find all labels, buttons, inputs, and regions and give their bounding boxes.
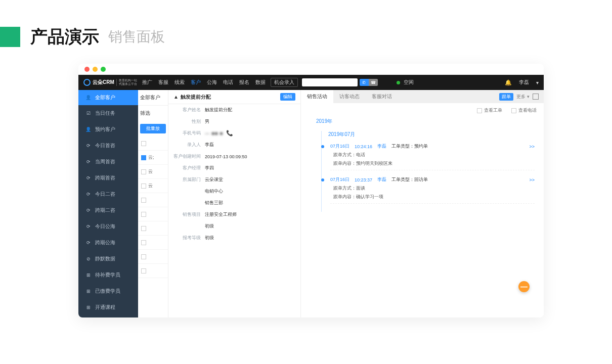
sidebar-item-我的订单[interactable]: ⊞我的订单 <box>78 315 138 317</box>
expand-button[interactable]: >> <box>529 144 535 149</box>
search-input[interactable] <box>302 78 358 86</box>
view-ticket-checkbox[interactable]: 查看工单 <box>477 107 502 114</box>
detail-label: 客户经理 <box>173 165 205 171</box>
chevron-down-icon[interactable]: ▾ <box>536 80 539 85</box>
detail-label: 客户姓名 <box>173 107 205 113</box>
nav-item-推广[interactable]: 推广 <box>142 79 152 86</box>
detail-row: 所属部门云朵课堂 <box>168 174 300 186</box>
list-item[interactable]: 云; <box>138 151 168 165</box>
nav-item-数据[interactable]: 数据 <box>255 79 266 86</box>
list-item[interactable] <box>138 136 168 151</box>
detail-row: 销售三部 <box>168 197 300 209</box>
sidebar-item-静默数据[interactable]: ⊘静默数据 <box>78 251 138 267</box>
detail-label: 所属部门 <box>173 176 205 183</box>
list-item[interactable] <box>138 207 168 221</box>
customer-list-panel: 全部客户 筛选 批量放 云;云云 <box>138 90 168 317</box>
sidebar-item-预约客户[interactable]: 👤预约客户 <box>78 121 138 138</box>
row-checkbox[interactable] <box>141 212 146 217</box>
phone-call-icon[interactable]: 📞 <box>226 130 233 136</box>
detail-row: 客户姓名触发提前分配 <box>168 104 300 116</box>
sidebar-item-当周首咨[interactable]: ⟳当周首咨 <box>78 154 138 170</box>
brand-subtext: 教育机构一站 式服务云平台 <box>116 79 137 85</box>
detail-row: 电销中心 <box>168 186 300 197</box>
sidebar-item-icon: ⟳ <box>85 208 91 213</box>
list-item[interactable] <box>138 264 168 278</box>
list-item[interactable] <box>138 236 168 250</box>
app-body: 👤 全部客户 ☑当日任务👤预约客户⟳今日首咨⟳当周首咨⟳跨期首咨⟳今日二咨⟳跨期… <box>78 90 544 317</box>
page-title: 产品演示 <box>30 25 99 49</box>
row-checkbox[interactable] <box>141 268 146 274</box>
row-checkbox[interactable] <box>141 169 146 174</box>
detail-label <box>173 200 205 206</box>
sidebar-item-待补费学员[interactable]: ⊞待补费学员 <box>78 267 138 283</box>
window-close-icon[interactable] <box>84 67 90 72</box>
nav-item-报名[interactable]: 报名 <box>239 79 249 86</box>
nav-item-客服[interactable]: 客服 <box>158 79 168 86</box>
sidebar-item-all-customers[interactable]: 👤 全部客户 <box>78 90 138 105</box>
follow-button[interactable]: 跟单 <box>499 93 513 101</box>
logo[interactable]: 云朵CRM 教育机构一站 式服务云平台 <box>83 79 137 86</box>
sidebar-item-今日公海[interactable]: ⟳今日公海 <box>78 218 138 235</box>
list-item[interactable] <box>138 193 168 207</box>
sidebar-item-label: 当日任务 <box>95 110 115 117</box>
user-name[interactable]: 李磊 <box>519 79 529 86</box>
help-fab[interactable]: — <box>518 281 530 292</box>
nav-item-电话[interactable]: 电话 <box>223 79 233 86</box>
detail-value: 李磊 <box>205 142 214 148</box>
record-opportunity-button[interactable]: 机会录入 <box>271 78 298 87</box>
tab-访客动态[interactable]: 访客动态 <box>333 90 366 103</box>
phone-toggle[interactable]: ✆ ☎ <box>360 79 378 86</box>
bell-icon[interactable]: 🔔 <box>505 79 512 86</box>
filter-label[interactable]: 筛选 <box>138 106 168 121</box>
layout-icon[interactable] <box>533 94 539 100</box>
row-checkbox[interactable] <box>141 141 146 146</box>
detail-label <box>173 188 205 195</box>
list-item[interactable] <box>138 221 168 236</box>
entry-sub: 跟单方式：面谈 <box>333 185 535 192</box>
expand-button[interactable]: >> <box>529 177 535 183</box>
detail-value: 销售三部 <box>205 200 223 206</box>
row-checkbox[interactable] <box>141 240 146 245</box>
sidebar-item-跨期二咨[interactable]: ⟳跨期二咨 <box>78 202 138 218</box>
nav-item-公海[interactable]: 公海 <box>207 79 217 86</box>
sidebar-item-icon: 👤 <box>85 127 91 132</box>
timeline-year: 2019年 <box>316 118 535 125</box>
batch-release-button[interactable]: 批量放 <box>140 124 166 133</box>
row-checkbox[interactable] <box>141 184 146 189</box>
detail-label: 报考等级 <box>173 235 205 241</box>
detail-label: 手机号码 <box>173 130 205 136</box>
sidebar-item-label: 跨期二咨 <box>95 207 115 214</box>
sidebar-item-开通课程[interactable]: ⊞开通课程 <box>78 299 138 315</box>
sidebar-item-label: 跨期公海 <box>95 239 115 246</box>
sidebar-item-今日二咨[interactable]: ⟳今日二咨 <box>78 186 138 202</box>
sidebar-item-跨期首咨[interactable]: ⟳跨期首咨 <box>78 170 138 186</box>
sidebar: 👤 全部客户 ☑当日任务👤预约客户⟳今日首咨⟳当周首咨⟳跨期首咨⟳今日二咨⟳跨期… <box>78 90 138 317</box>
sidebar-item-label: 跨期首咨 <box>95 174 115 181</box>
edit-button[interactable]: 编辑 <box>280 93 295 101</box>
list-item[interactable] <box>138 250 168 264</box>
nav-item-线索[interactable]: 线索 <box>174 79 185 86</box>
detail-row: 性别男 <box>168 116 300 127</box>
status-indicator[interactable]: 空闲 <box>397 79 414 86</box>
sidebar-item-label: 今日公海 <box>95 223 115 230</box>
window-minimize-icon[interactable] <box>93 67 98 72</box>
list-item[interactable]: 云 <box>138 179 168 193</box>
sidebar-item-今日首咨[interactable]: ⟳今日首咨 <box>78 138 138 154</box>
window-zoom-icon[interactable] <box>101 67 106 72</box>
sidebar-item-当日任务[interactable]: ☑当日任务 <box>78 105 138 121</box>
list-item[interactable]: 云 <box>138 165 168 179</box>
tab-客服对话[interactable]: 客服对话 <box>366 90 398 103</box>
row-checkbox[interactable] <box>141 254 146 259</box>
timeline-dot-icon <box>321 178 324 181</box>
sidebar-item-icon: ⊞ <box>85 272 91 278</box>
timeline-vline <box>321 131 322 212</box>
more-dropdown[interactable]: 更多 ▾ <box>516 94 530 100</box>
row-checkbox[interactable] <box>141 155 146 160</box>
view-phone-checkbox[interactable]: 查看电话 <box>511 107 537 114</box>
tab-销售活动[interactable]: 销售活动 <box>301 90 333 103</box>
nav-item-客户[interactable]: 客户 <box>191 79 201 86</box>
row-checkbox[interactable] <box>141 198 146 203</box>
sidebar-item-已缴费学员[interactable]: ⊞已缴费学员 <box>78 283 138 299</box>
sidebar-item-跨期公海[interactable]: ⟳跨期公海 <box>78 235 138 251</box>
row-checkbox[interactable] <box>141 226 146 231</box>
